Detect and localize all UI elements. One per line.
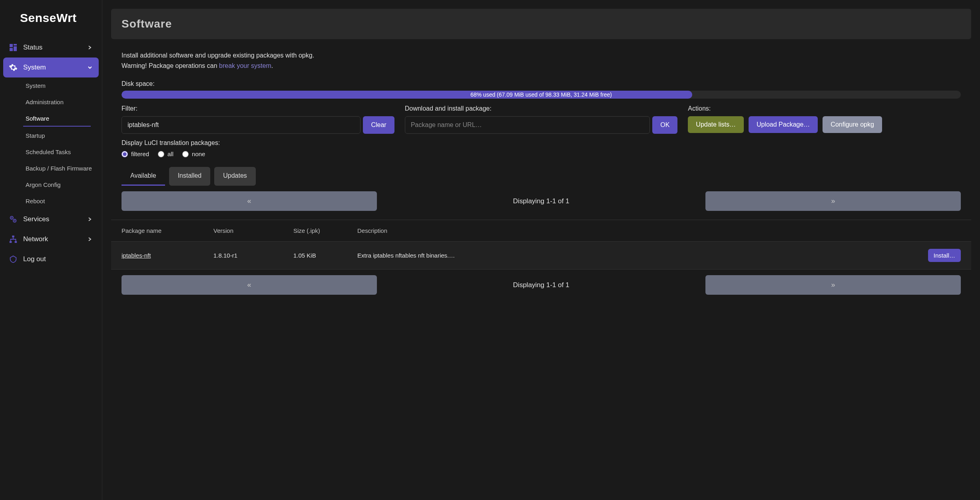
package-tabs: Available Installed Updates (111, 167, 971, 186)
filter-input[interactable] (122, 116, 361, 134)
subnav-scheduled-tasks[interactable]: Scheduled Tasks (23, 144, 99, 160)
subnav-software[interactable]: Software (23, 110, 91, 127)
subnav-administration[interactable]: Administration (23, 94, 99, 110)
radio-all[interactable]: all (158, 151, 173, 157)
svg-rect-8 (12, 236, 14, 238)
col-header-size: Size (.ipk) (293, 227, 353, 234)
col-header-name: Package name (122, 227, 209, 234)
disk-space-block: Disk space: 68% used (67.09 MiB used of … (111, 80, 971, 99)
col-header-description: Description (357, 227, 917, 234)
actions-group: Actions: Update lists… Upload Package… C… (688, 105, 961, 134)
sidebar-item-label: Services (23, 215, 81, 223)
upload-package-button[interactable]: Upload Package… (749, 116, 818, 133)
break-system-link[interactable]: break your system (219, 62, 271, 69)
sidebar-item-services[interactable]: Services (3, 209, 99, 229)
translation-label: Display LuCI translation packages: (122, 139, 961, 147)
radio-none[interactable]: none (182, 151, 205, 157)
sidebar-item-label: Log out (23, 255, 93, 263)
sidebar-item-label: System (23, 63, 81, 71)
disk-space-bar: 68% used (67.09 MiB used of 98.33 MiB, 3… (122, 91, 961, 99)
package-size: 1.05 KiB (293, 252, 353, 259)
dashboard-icon (9, 43, 18, 52)
svg-rect-9 (10, 241, 12, 243)
gears-icon (9, 215, 18, 224)
sidebar: SenseWrt Status System System Administra… (0, 0, 102, 500)
download-group: Download and install package: OK (405, 105, 678, 134)
table-header-row: Package name Version Size (.ipk) Descrip… (111, 220, 971, 242)
sidebar-item-logout[interactable]: Log out (3, 249, 99, 269)
svg-point-7 (14, 220, 15, 221)
package-version: 1.8.10-r1 (213, 252, 289, 259)
radio-filtered[interactable]: filtered (122, 151, 149, 157)
subnav-startup[interactable]: Startup (23, 127, 99, 144)
package-name-link[interactable]: iptables-nft (122, 252, 151, 259)
col-header-version: Version (213, 227, 289, 234)
svg-rect-10 (15, 241, 17, 243)
radio-none-input[interactable] (182, 151, 189, 157)
chevron-right-icon (87, 236, 93, 242)
svg-rect-1 (14, 44, 17, 46)
download-label: Download and install package: (405, 105, 678, 112)
sidebar-item-network[interactable]: Network (3, 229, 99, 249)
sidebar-item-label: Network (23, 235, 81, 243)
sidebar-item-status[interactable]: Status (3, 38, 99, 58)
download-input[interactable] (405, 116, 650, 134)
system-submenu: System Administration Software Startup S… (3, 77, 99, 209)
radio-filtered-input[interactable] (122, 151, 128, 157)
actions-label: Actions: (688, 105, 961, 112)
svg-rect-0 (10, 44, 13, 47)
svg-rect-3 (10, 48, 13, 51)
pager-top: « Displaying 1-1 of 1 » (111, 191, 971, 211)
svg-rect-2 (14, 46, 17, 51)
ok-button[interactable]: OK (652, 116, 677, 134)
network-icon (9, 235, 18, 244)
chevron-down-icon (87, 64, 93, 71)
tab-available[interactable]: Available (122, 167, 165, 186)
logout-icon (9, 255, 18, 264)
gear-icon (9, 63, 18, 72)
pager-info: Displaying 1-1 of 1 (377, 191, 705, 211)
update-lists-button[interactable]: Update lists… (688, 116, 744, 133)
subnav-argon-config[interactable]: Argon Config (23, 177, 99, 193)
pager-next-button[interactable]: » (705, 275, 961, 295)
main-content: Software Install additional software and… (102, 0, 980, 500)
page-header: Software (111, 9, 971, 39)
brand-logo: SenseWrt (0, 0, 102, 36)
table-row: iptables-nft 1.8.10-r1 1.05 KiB Extra ip… (111, 242, 971, 269)
pager-bottom: « Displaying 1-1 of 1 » (111, 275, 971, 295)
pager-prev-button[interactable]: « (122, 191, 377, 211)
intro-line-2: Warning! Package operations can break yo… (122, 61, 961, 71)
filter-group: Filter: Clear (122, 105, 394, 134)
chevron-right-icon (87, 216, 93, 222)
sidebar-item-system[interactable]: System (3, 58, 99, 77)
tab-updates[interactable]: Updates (214, 167, 256, 186)
disk-space-text: 68% used (67.09 MiB used of 98.33 MiB, 3… (122, 91, 961, 99)
configure-opkg-button[interactable]: Configure opkg (823, 116, 882, 133)
subnav-reboot[interactable]: Reboot (23, 193, 99, 209)
intro-text: Install additional software and upgrade … (111, 50, 971, 71)
svg-point-6 (11, 217, 12, 218)
clear-button[interactable]: Clear (363, 116, 394, 134)
translation-filter: Display LuCI translation packages: filte… (111, 139, 971, 157)
pager-next-button[interactable]: » (705, 191, 961, 211)
pager-prev-button[interactable]: « (122, 275, 377, 295)
package-description: Extra iptables nftables nft binaries.… (357, 252, 917, 259)
tab-installed[interactable]: Installed (169, 167, 211, 186)
radio-all-input[interactable] (158, 151, 164, 157)
intro-line-1: Install additional software and upgrade … (122, 50, 961, 61)
sidebar-item-label: Status (23, 44, 81, 52)
chevron-right-icon (87, 44, 93, 51)
subnav-backup-flash[interactable]: Backup / Flash Firmware (23, 160, 99, 177)
subnav-system[interactable]: System (23, 77, 99, 94)
page-title: Software (122, 18, 961, 30)
install-button[interactable]: Install… (928, 249, 961, 262)
disk-space-label: Disk space: (122, 80, 961, 87)
pager-info: Displaying 1-1 of 1 (377, 275, 705, 295)
package-table: Package name Version Size (.ipk) Descrip… (111, 220, 971, 270)
filter-label: Filter: (122, 105, 394, 112)
